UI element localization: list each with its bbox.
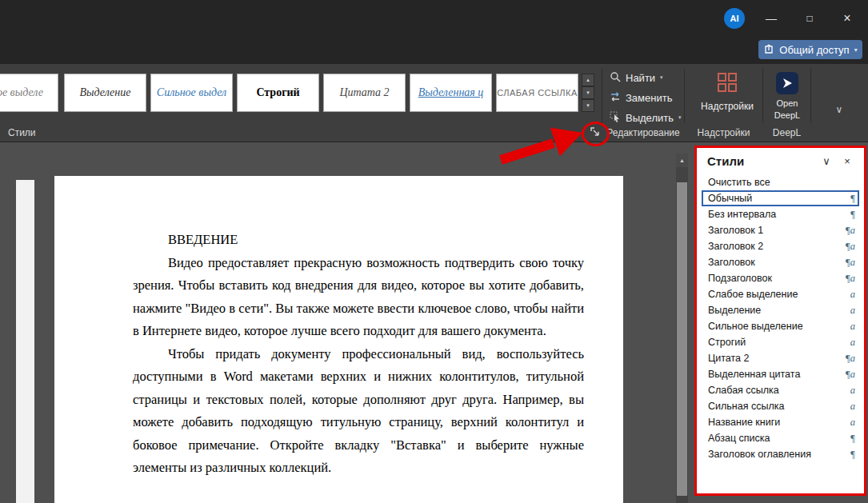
style-type-marker: ¶ — [850, 209, 855, 221]
style-type-marker: a — [850, 305, 855, 317]
pane-chevron-down-icon[interactable]: ∨ — [816, 155, 837, 167]
style-item-clear-all[interactable]: Очистить все — [702, 174, 859, 190]
close-button[interactable]: × — [834, 8, 860, 29]
style-item-heading2[interactable]: Заголовок 2 ¶a — [702, 238, 859, 254]
replace-icon — [610, 91, 621, 105]
cursor-select-icon — [610, 111, 621, 125]
style-item-label: Сильная ссылка — [708, 401, 784, 412]
select-label: Выделить — [626, 112, 674, 124]
style-gallery-item-emphasis[interactable]: Выделение — [64, 74, 146, 112]
style-item-intense-reference[interactable]: Сильная ссылка a — [702, 398, 859, 414]
styles-pane-header: Стили ∨ × — [697, 148, 864, 171]
style-item-quote2[interactable]: Цитата 2 ¶a — [702, 350, 859, 366]
style-item-subtle-reference[interactable]: Слабая ссылка a — [702, 382, 859, 398]
style-item-emphasis[interactable]: Выделение a — [702, 302, 859, 318]
deepl-group-label: DeepL — [763, 127, 810, 138]
style-type-marker: ¶a — [845, 369, 855, 381]
style-type-marker: ¶ — [850, 193, 855, 205]
ribbon-group-labels: Стили Редактирование Надстройки DeepL — [0, 124, 868, 142]
scroll-up-arrow-icon[interactable]: ▲ — [676, 154, 688, 167]
style-item-no-spacing[interactable]: Без интервала ¶ — [702, 206, 859, 222]
styles-list: Очистить все Обычный ¶ Без интервала ¶ З… — [697, 171, 864, 462]
style-item-list-paragraph[interactable]: Абзац списка ¶ — [702, 430, 859, 446]
style-item-book-title[interactable]: Название книги a — [702, 414, 859, 430]
style-gallery-item-quote2[interactable]: Цитата 2 — [323, 74, 406, 112]
share-icon — [763, 43, 774, 57]
addins-button-label: Надстройки — [701, 101, 754, 112]
styles-pane-title: Стили — [707, 154, 816, 168]
replace-button[interactable]: Заменить — [606, 89, 675, 106]
style-item-subtitle[interactable]: Подзаголовок ¶a — [702, 270, 859, 286]
style-item-label: Подзаголовок — [708, 273, 772, 284]
style-item-title[interactable]: Заголовок ¶a — [702, 254, 859, 270]
style-gallery-item-subtle-reference[interactable]: СЛАБАЯ ССЫЛКА — [496, 74, 578, 112]
ribbon: бое выделе Выделение Сильное выдел Строг… — [0, 64, 868, 142]
styles-dialog-launcher-icon[interactable] — [590, 126, 602, 138]
style-item-label: Слабое выделение — [708, 289, 798, 300]
style-item-label: Сильное выделение — [708, 321, 803, 332]
document-workspace: ВВЕДЕНИЕ Видео предоставляет прекрасную … — [0, 142, 868, 503]
editing-group-label: Редактирование — [602, 127, 684, 138]
styles-pane: Стили ∨ × Очистить все Обычный ¶ Без инт… — [694, 146, 866, 496]
ribbon-collapse-chevron-icon[interactable]: ∨ — [829, 101, 850, 118]
style-type-marker: a — [850, 401, 855, 413]
group-divider — [810, 69, 811, 123]
style-gallery-item-intense-emphasis[interactable]: Сильное выдел — [150, 74, 233, 112]
style-item-intense-emphasis[interactable]: Сильное выделение a — [702, 318, 859, 334]
maximize-button[interactable]: □ — [797, 8, 822, 29]
style-item-label: Слабая ссылка — [708, 385, 779, 396]
open-deepl-button[interactable]: Open DeepL — [765, 69, 810, 123]
document-paragraph[interactable]: Видео предоставляет прекрасную возможнос… — [133, 252, 584, 343]
style-gallery-item-subtle-emphasis[interactable]: бое выделе — [0, 74, 58, 112]
replace-label: Заменить — [626, 92, 672, 104]
document-heading[interactable]: ВВЕДЕНИЕ — [133, 229, 584, 252]
share-button-label: Общий доступ — [779, 44, 849, 56]
styles-group-label: Стили — [8, 127, 36, 138]
style-item-strong[interactable]: Строгий a — [702, 334, 859, 350]
style-item-label: Строгий — [708, 337, 746, 348]
style-item-normal[interactable]: Обычный ¶ — [702, 190, 859, 206]
style-gallery-item-intense-quote[interactable]: Выделенная ц — [410, 74, 492, 112]
vertical-scrollbar[interactable]: ▲ — [676, 154, 688, 503]
gallery-scroll-down-icon[interactable]: ▾ — [582, 86, 594, 99]
pane-close-icon[interactable]: × — [837, 155, 858, 167]
style-item-heading1[interactable]: Заголовок 1 ¶a — [702, 222, 859, 238]
chevron-down-icon: ▾ — [660, 74, 663, 81]
style-item-label: Заголовок 1 — [708, 225, 763, 236]
style-item-intense-quote[interactable]: Выделенная цитата ¶a — [702, 366, 859, 382]
minimize-button[interactable]: — — [758, 8, 784, 29]
addins-grid-icon — [717, 72, 738, 95]
addins-button[interactable]: Надстройки — [693, 69, 762, 123]
style-item-label: Заголовок 2 — [708, 241, 763, 252]
titlebar: AI — □ × Общий доступ ▾ — [0, 0, 868, 64]
style-item-label: Обычный — [708, 193, 752, 204]
account-avatar[interactable]: AI — [724, 8, 745, 29]
style-item-label: Очистить все — [708, 177, 770, 188]
gallery-more-icon[interactable]: ▾ — [582, 99, 594, 112]
scrollbar-thumb[interactable] — [677, 182, 687, 496]
search-icon — [610, 71, 621, 85]
style-item-subtle-emphasis[interactable]: Слабое выделение a — [702, 286, 859, 302]
addins-group-label: Надстройки — [685, 127, 762, 138]
chevron-down-icon: ▾ — [854, 46, 858, 54]
share-button[interactable]: Общий доступ ▾ — [758, 40, 862, 59]
find-label: Найти — [626, 72, 655, 84]
style-type-marker: a — [850, 417, 855, 429]
style-type-marker: ¶a — [845, 225, 855, 237]
style-item-label: Абзац списка — [708, 433, 770, 444]
deepl-logo-icon — [776, 72, 798, 94]
style-type-marker: ¶a — [845, 353, 855, 365]
document-page[interactable]: ВВЕДЕНИЕ Видео предоставляет прекрасную … — [54, 176, 623, 503]
group-divider — [762, 69, 763, 123]
style-item-label: Выделение — [708, 305, 761, 316]
style-item-label: Название книги — [708, 417, 780, 428]
style-type-marker: a — [850, 337, 855, 349]
document-paragraph[interactable]: Чтобы придать документу профессиональный… — [133, 343, 584, 480]
style-type-marker: ¶a — [845, 241, 855, 253]
style-type-marker: ¶a — [845, 273, 855, 285]
find-button[interactable]: Найти ▾ — [606, 69, 666, 86]
deepl-button-label-line1: Open — [777, 98, 798, 109]
style-gallery-item-strong[interactable]: Строгий — [237, 74, 319, 112]
style-item-toc-heading[interactable]: Заголовок оглавления ¶ — [702, 446, 859, 462]
gallery-scroll-up-icon[interactable]: ▴ — [582, 74, 594, 86]
